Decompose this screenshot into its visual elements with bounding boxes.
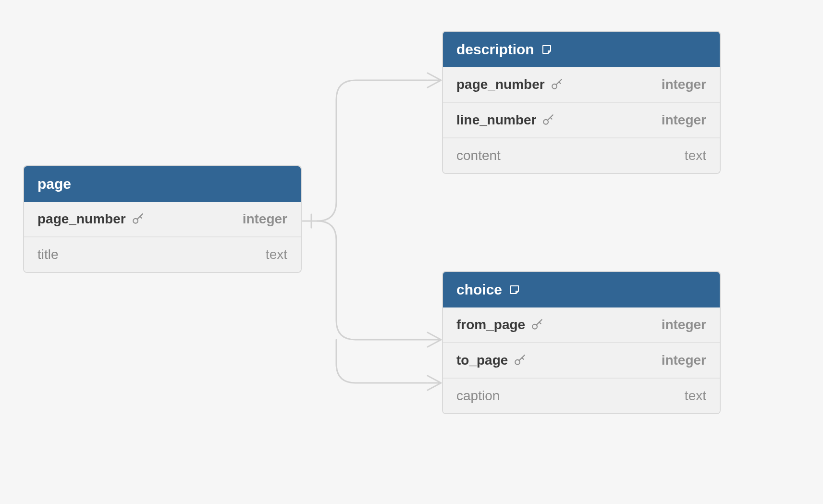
table-choice-title: choice — [456, 282, 502, 298]
column-name: line_number — [456, 112, 536, 128]
table-choice[interactable]: choice from_page — [442, 271, 721, 414]
table-page-column-page_number[interactable]: page_number integer — [24, 202, 301, 236]
table-description-title: description — [456, 41, 534, 58]
key-icon — [542, 114, 554, 126]
column-type: text — [266, 247, 287, 262]
column-type: integer — [243, 211, 287, 227]
erd-canvas: page page_number integer — [0, 0, 823, 504]
column-type: integer — [662, 353, 706, 368]
column-name: to_page — [456, 353, 508, 368]
column-name: title — [37, 247, 59, 262]
column-type: integer — [662, 112, 706, 128]
column-type: text — [685, 388, 706, 404]
table-description-column-page_number[interactable]: page_number integer — [443, 67, 720, 102]
note-icon — [509, 284, 520, 295]
table-page[interactable]: page page_number integer — [23, 165, 302, 273]
table-description[interactable]: description page_number — [442, 31, 721, 174]
column-name: page_number — [456, 77, 545, 92]
column-name: page_number — [37, 211, 126, 227]
table-description-body: page_number integer line_number — [443, 67, 720, 173]
key-icon — [551, 78, 563, 91]
key-icon — [514, 354, 526, 367]
table-page-column-title[interactable]: title text — [24, 236, 301, 272]
column-type: text — [685, 148, 706, 163]
table-choice-column-from_page[interactable]: from_page integer — [443, 307, 720, 342]
table-description-column-line_number[interactable]: line_number integer — [443, 102, 720, 137]
table-choice-header[interactable]: choice — [443, 272, 720, 307]
table-description-header[interactable]: description — [443, 32, 720, 67]
table-page-body: page_number integer title text — [24, 202, 301, 272]
table-choice-column-to_page[interactable]: to_page integer — [443, 342, 720, 378]
key-icon — [132, 213, 144, 225]
note-icon — [541, 44, 553, 55]
column-type: integer — [662, 77, 706, 92]
table-page-title: page — [37, 176, 71, 192]
table-choice-body: from_page integer to_page — [443, 307, 720, 413]
column-name: content — [456, 148, 501, 163]
key-icon — [531, 319, 543, 331]
column-name: from_page — [456, 317, 525, 332]
table-page-header[interactable]: page — [24, 166, 301, 202]
column-name: caption — [456, 388, 500, 404]
column-type: integer — [662, 317, 706, 332]
table-description-column-content[interactable]: content text — [443, 137, 720, 173]
table-choice-column-caption[interactable]: caption text — [443, 378, 720, 413]
